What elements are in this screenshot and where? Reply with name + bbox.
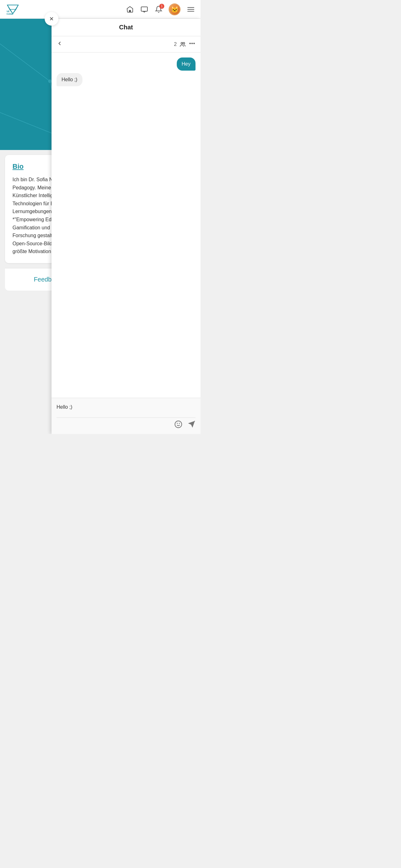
- send-message-button[interactable]: [188, 420, 196, 430]
- message-sent: Hey: [177, 58, 196, 71]
- svg-point-18: [48, 80, 52, 83]
- menu-button[interactable]: [186, 6, 196, 13]
- messages-icon[interactable]: [140, 5, 149, 14]
- back-icon: [57, 40, 63, 46]
- chat-close-button[interactable]: [45, 12, 58, 26]
- emoji-icon: [174, 420, 182, 428]
- chat-members-info: 2: [174, 40, 196, 49]
- group-icon: [179, 41, 186, 48]
- chat-subheader: 2: [52, 36, 201, 53]
- svg-point-54: [190, 43, 191, 44]
- svg-line-9: [0, 44, 50, 81]
- svg-point-56: [194, 43, 195, 44]
- more-dots-icon: [189, 40, 196, 47]
- svg-text:Collab: Collab: [6, 13, 13, 15]
- svg-point-53: [183, 42, 185, 44]
- chat-input-area: Hello ;): [52, 398, 201, 434]
- members-count: 2: [174, 41, 177, 47]
- svg-point-52: [181, 42, 183, 44]
- chat-back-button[interactable]: [57, 40, 63, 48]
- logo-icon: VE Collab: [5, 3, 21, 15]
- chat-title: Chat: [57, 24, 196, 31]
- svg-marker-61: [188, 421, 195, 428]
- svg-point-55: [192, 43, 193, 44]
- svg-rect-8: [141, 7, 147, 11]
- header-icons: 1 🐱: [126, 3, 196, 15]
- message-received: Hello ;): [57, 73, 82, 86]
- notifications-icon[interactable]: 1: [154, 5, 163, 14]
- logo[interactable]: VE Collab: [5, 3, 21, 15]
- notification-badge: 1: [159, 4, 164, 9]
- svg-point-57: [175, 421, 182, 428]
- header: VE Collab 1 🐱: [0, 0, 201, 19]
- emoji-button[interactable]: [174, 420, 182, 430]
- chat-overlay: Chat 2: [52, 19, 201, 434]
- svg-rect-7: [129, 10, 131, 12]
- chat-input-actions: [57, 417, 196, 430]
- close-icon: [49, 16, 54, 22]
- home-icon[interactable]: [126, 5, 134, 14]
- chat-input-text[interactable]: Hello ;): [57, 402, 196, 417]
- send-icon: [188, 420, 196, 428]
- svg-text:VE: VE: [6, 10, 10, 12]
- chat-header: Chat: [52, 19, 201, 36]
- chat-messages-list: Hey Hello ;): [52, 53, 201, 398]
- user-avatar-header[interactable]: 🐱: [169, 3, 180, 15]
- chat-more-button[interactable]: [189, 40, 196, 49]
